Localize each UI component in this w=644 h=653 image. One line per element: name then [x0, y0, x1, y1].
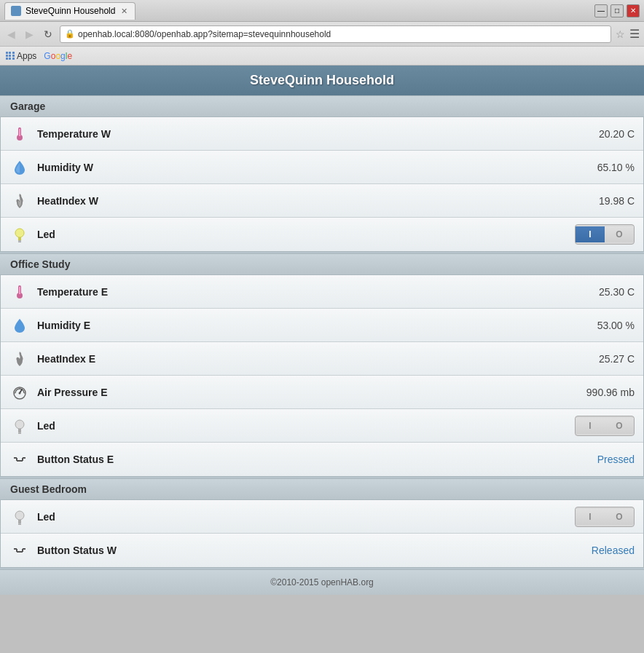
gauge-icon [9, 382, 30, 403]
back-button[interactable]: ◀ [4, 27, 18, 41]
browser-tab[interactable]: SteveQuinn Household ✕ [4, 2, 136, 20]
value-button-e: Pressed [597, 454, 635, 465]
toggle-led-e[interactable]: I O [575, 416, 635, 436]
value-temp-e: 25.30 C [599, 286, 635, 298]
label-airpressure-e: Air Pressure E [37, 387, 579, 398]
toggle-on-state-gb[interactable]: I [576, 509, 605, 525]
item-led-gb: Led I O [1, 500, 643, 534]
fire-icon-e [9, 349, 30, 369]
apps-grid-icon [6, 52, 15, 60]
svg-point-23 [15, 511, 24, 520]
section-header-garage: Garage [0, 95, 644, 117]
tab-title: SteveQuinn Household [25, 6, 115, 16]
close-button[interactable]: ✕ [627, 4, 640, 17]
svg-point-11 [19, 392, 21, 394]
footer-text: ©2010-2015 openHAB.org [270, 577, 374, 587]
svg-rect-5 [18, 242, 21, 243]
page-title: SteveQuinn Household [250, 73, 394, 87]
forward-button[interactable]: ▶ [23, 27, 36, 41]
bulb-icon-e [9, 416, 30, 436]
label-button-w: Button Status W [37, 545, 584, 556]
browser-menu-icon[interactable]: ☰ [629, 27, 640, 41]
item-airpressure-e: Air Pressure E 990.96 mb [1, 376, 643, 409]
section-office-study: Office Study Temperature E 25.30 C [0, 253, 644, 477]
item-button-w: Button Status W Released [1, 534, 643, 567]
label-heatindex-w: HeatIndex W [37, 195, 592, 207]
svg-rect-17 [18, 432, 21, 434]
maximize-icon: □ [615, 7, 619, 15]
toggle-on-state-e[interactable]: I [576, 418, 605, 434]
value-humidity-w: 65.10 % [597, 162, 635, 173]
bulb-icon-w [9, 224, 30, 245]
section-label-garage: Garage [10, 100, 45, 112]
section-label-guest: Guest Bedroom [10, 483, 87, 495]
guest-items: Led I O [0, 500, 644, 568]
toggle-off-state-e[interactable]: O [605, 418, 634, 434]
toggle-led-w[interactable]: I O [575, 224, 635, 245]
fire-icon [9, 191, 30, 211]
value-humidity-e: 53.00 % [597, 320, 635, 331]
svg-rect-4 [18, 240, 21, 242]
toggle-off-state-gb[interactable]: O [605, 509, 634, 525]
url-text: openhab.local:8080/openhab.app?sitemap=s… [78, 29, 606, 39]
section-header-office: Office Study [0, 253, 644, 275]
address-bar[interactable]: 🔒 openhab.local:8080/openhab.app?sitemap… [60, 25, 611, 43]
item-heatindex-e: HeatIndex E 25.27 C [1, 342, 643, 376]
toggle-on-state-w[interactable]: I [576, 226, 605, 242]
svg-rect-8 [19, 287, 20, 294]
lock-icon: 🔒 [65, 29, 75, 39]
browser-window: SteveQuinn Household ✕ — □ ✕ ◀ ▶ ↻ 🔒 ope… [0, 0, 644, 595]
item-button-e: Button Status E Pressed [1, 443, 643, 476]
section-guest-bedroom: Guest Bedroom Led I [0, 478, 644, 568]
reload-button[interactable]: ↻ [41, 27, 55, 41]
tab-close-button[interactable]: ✕ [119, 7, 129, 16]
button-icon-e [9, 449, 30, 470]
page-header: SteveQuinn Household [0, 66, 644, 95]
nav-bar: ◀ ▶ ↻ 🔒 openhab.local:8080/openhab.app?s… [0, 22, 644, 47]
svg-point-3 [15, 229, 24, 237]
value-temp-w: 20.20 C [599, 128, 635, 140]
item-humidity-w: Humidity W 65.10 % [1, 151, 643, 184]
label-heatindex-e: HeatIndex E [37, 353, 592, 365]
thermometer-icon-e [9, 282, 30, 302]
office-items: Temperature E 25.30 C Humidity E 53.00 % [0, 275, 644, 477]
minimize-icon: — [597, 7, 605, 15]
label-led-gb: Led [37, 511, 568, 523]
tab-favicon [11, 6, 21, 16]
bookmarks-bar: Apps Google [0, 47, 644, 66]
garage-items: Temperature W 20.20 C Humidity W 65.10 % [0, 117, 644, 252]
page-content: SteveQuinn Household Garage Tempe [0, 66, 644, 595]
bookmark-star-icon[interactable]: ☆ [616, 28, 625, 40]
apps-bookmark[interactable]: Apps [6, 51, 36, 61]
item-temp-e: Temperature E 25.30 C [1, 275, 643, 309]
svg-point-15 [15, 420, 24, 429]
value-heatindex-w: 19.98 C [599, 195, 635, 207]
button-icon-w [9, 540, 30, 561]
google-logo: Google [44, 51, 72, 61]
label-humidity-w: Humidity W [37, 162, 590, 173]
droplet-icon [9, 157, 30, 178]
label-temp-e: Temperature E [37, 286, 592, 298]
thermometer-icon [9, 124, 30, 144]
droplet-icon-e [9, 315, 30, 336]
toggle-led-gb[interactable]: I O [575, 507, 635, 527]
google-bookmark[interactable]: Google [44, 51, 72, 61]
bulb-icon-gb [9, 507, 30, 527]
section-header-guest: Guest Bedroom [0, 478, 644, 500]
apps-label: Apps [17, 51, 36, 61]
svg-rect-24 [18, 523, 21, 524]
item-led-e: Led I O [1, 409, 643, 443]
value-button-w: Released [592, 545, 635, 556]
label-led-w: Led [37, 229, 568, 240]
svg-rect-16 [18, 432, 21, 433]
label-button-e: Button Status E [37, 454, 590, 465]
toggle-off-state-w[interactable]: O [605, 226, 634, 242]
minimize-button[interactable]: — [594, 4, 608, 17]
svg-rect-2 [19, 129, 20, 136]
item-led-w: Led I O [1, 218, 643, 251]
svg-rect-25 [18, 523, 21, 525]
section-label-office: Office Study [10, 258, 70, 270]
maximize-button[interactable]: □ [610, 4, 624, 17]
label-led-e: Led [37, 420, 568, 432]
label-humidity-e: Humidity E [37, 320, 590, 331]
